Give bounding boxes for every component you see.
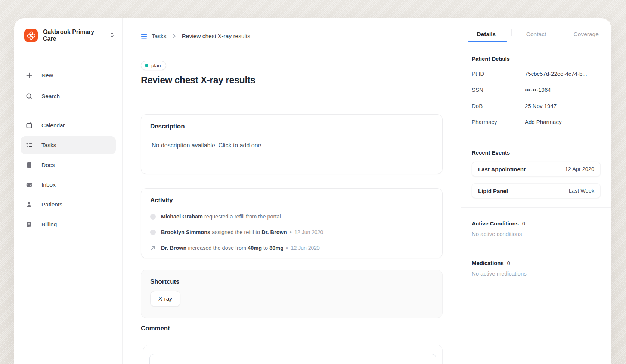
activity-row: Dr. Brown increased the dose from 40mg t…: [150, 242, 433, 253]
description-empty-text[interactable]: No description available. Click to add o…: [152, 142, 433, 149]
detail-row-dob: DoB 25 Nov 1947: [472, 98, 601, 114]
medications-section: Medications0 No active medications: [461, 246, 611, 286]
sidebar-divider: [20, 56, 116, 56]
event-card-lipid-panel[interactable]: Lipid Panel Last Week: [472, 183, 601, 198]
sidebar-item-patients[interactable]: Patients: [21, 196, 116, 214]
search-icon: [25, 93, 33, 100]
sidebar-item-search[interactable]: Search: [21, 87, 116, 105]
sidebar: Oakbrook Primary Care New: [14, 18, 123, 364]
activity-heading: Activity: [150, 197, 433, 204]
activity-row: Brooklyn Simmons assigned the refill to …: [150, 227, 433, 238]
org-name: Oakbrook Primary Care: [43, 29, 104, 42]
sidebar-item-billing[interactable]: Billing: [21, 215, 116, 233]
panel-tabs: Details Contact Coverage: [461, 27, 611, 42]
chevron-updown-icon: [109, 32, 115, 40]
billing-icon: [25, 221, 33, 228]
sidebar-item-calendar[interactable]: Calendar: [21, 116, 116, 134]
sidebar-item-docs[interactable]: Docs: [21, 156, 116, 174]
detail-row-pt-id: Pt ID 75cbc57d-22ee-4c74-b...: [472, 66, 601, 82]
shortcuts-heading: Shortcuts: [150, 278, 433, 286]
activity-card: Activity Michael Graham requested a refi…: [141, 188, 443, 258]
task-list-icon: [141, 34, 147, 39]
inbox-icon: [25, 181, 33, 189]
comment-input[interactable]: [149, 354, 436, 364]
shortcuts-card: Shortcuts X-ray: [141, 270, 443, 318]
event-label: Lipid Panel: [478, 188, 508, 194]
sidebar-item-label: Inbox: [41, 181, 56, 188]
active-conditions-heading: Active Conditions0: [472, 220, 601, 227]
activity-date: • 12 Jun 2020: [290, 229, 323, 235]
sidebar-item-label: Search: [41, 93, 60, 100]
status-badge[interactable]: plan: [141, 61, 166, 70]
org-switcher[interactable]: Oakbrook Primary Care: [14, 29, 122, 42]
title-divider: [141, 97, 443, 97]
app-window: Oakbrook Primary Care New: [14, 18, 611, 364]
tab-details[interactable]: Details: [461, 27, 511, 42]
sidebar-item-label: Docs: [41, 162, 55, 168]
dob-value: 25 Nov 1947: [525, 103, 557, 109]
sidebar-item-label: Calendar: [41, 122, 65, 129]
breadcrumb-current-page: Review chest X-ray results: [182, 33, 250, 40]
recent-events-heading: Recent Events: [472, 149, 601, 156]
sidebar-item-new[interactable]: New: [21, 66, 116, 84]
recent-events-list: Last Appointment 12 Apr 2020 Lipid Panel…: [472, 162, 601, 198]
detail-label: Pt ID: [472, 71, 525, 77]
activity-row: Michael Graham requested a refill from t…: [150, 211, 433, 222]
comment-section: Comment: [141, 325, 443, 364]
tab-contact[interactable]: Contact: [511, 27, 561, 42]
event-value: Last Week: [569, 188, 594, 194]
docs-icon: [25, 161, 33, 169]
page-title[interactable]: Review chest X-ray results: [141, 75, 443, 85]
active-conditions-empty: No active conditions: [472, 231, 601, 237]
patient-panel: Details Contact Coverage Patient Details…: [461, 18, 611, 364]
patient-details-heading: Patient Details: [472, 56, 601, 62]
activity-text: Brooklyn Simmons assigned the refill to …: [161, 229, 323, 235]
comment-heading: Comment: [141, 325, 443, 332]
recent-events-section: Recent Events Last Appointment 12 Apr 20…: [461, 137, 611, 208]
detail-row-pharmacy: Pharmacy Add Pharmacy: [472, 114, 601, 130]
calendar-icon: [25, 122, 33, 129]
comment-composer: [143, 345, 443, 364]
sidebar-item-label: New: [41, 72, 53, 79]
medications-count: 0: [507, 260, 510, 266]
pt-id-value: 75cbc57d-22ee-4c74-b...: [525, 71, 587, 77]
detail-label: SSN: [472, 87, 525, 93]
tab-coverage[interactable]: Coverage: [561, 27, 611, 42]
detail-label: DoB: [472, 103, 525, 109]
medications-empty: No active medications: [472, 270, 601, 277]
event-label: Last Appointment: [478, 166, 526, 172]
add-pharmacy-link[interactable]: Add Pharmacy: [525, 119, 561, 125]
sidebar-item-label: Patients: [41, 201, 62, 208]
avatar: [150, 214, 156, 220]
arrow-up-right-icon: [150, 245, 156, 251]
status-label: plan: [151, 63, 161, 68]
desktop-background: Oakbrook Primary Care New: [0, 0, 626, 364]
description-heading: Description: [150, 123, 433, 130]
chevron-right-icon: [173, 34, 176, 39]
status-dot-icon: [145, 64, 148, 67]
main-content: Tasks Review chest X-ray results plan Re…: [123, 18, 461, 364]
sidebar-item-label: Billing: [41, 221, 57, 228]
activity-text: Michael Graham requested a refill from t…: [161, 214, 282, 220]
event-value: 12 Apr 2020: [565, 166, 594, 172]
sidebar-item-inbox[interactable]: Inbox: [21, 176, 116, 194]
breadcrumb: Tasks Review chest X-ray results: [141, 32, 443, 41]
activity-date: • 12 Jun 2020: [286, 245, 320, 251]
event-card-last-appointment[interactable]: Last Appointment 12 Apr 2020: [472, 162, 601, 177]
activity-text: Dr. Brown increased the dose from 40mg t…: [161, 245, 320, 251]
breadcrumb-tasks-link[interactable]: Tasks: [152, 33, 167, 40]
shortcut-xray-button[interactable]: X-ray: [150, 291, 180, 307]
plus-icon: [25, 72, 33, 79]
detail-row-ssn: SSN •••-••-1964: [472, 82, 601, 98]
sidebar-item-tasks[interactable]: Tasks: [21, 136, 116, 154]
ssn-value: •••-••-1964: [525, 87, 551, 93]
sidebar-nav-group: Calendar Tasks Docs: [14, 116, 122, 233]
org-logo-icon: [24, 29, 38, 42]
active-conditions-count: 0: [522, 220, 525, 227]
avatar: [150, 230, 156, 235]
activity-list: Michael Graham requested a refill from t…: [150, 211, 433, 253]
patient-details-rows: Pt ID 75cbc57d-22ee-4c74-b... SSN •••-••…: [472, 66, 601, 130]
sidebar-item-label: Tasks: [41, 142, 56, 149]
tasks-icon: [25, 141, 33, 149]
sidebar-primary-group: New Search: [14, 66, 122, 105]
